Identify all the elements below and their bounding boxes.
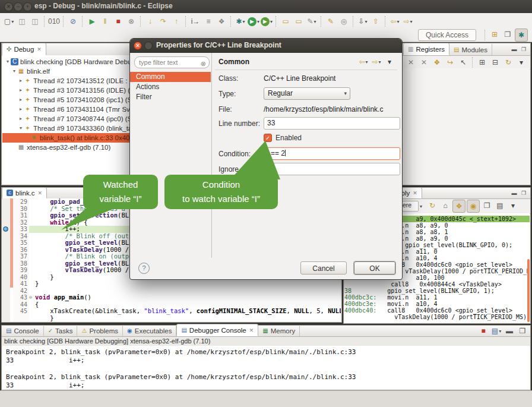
tab-tasks[interactable]: ✓Tasks [44, 325, 78, 336]
cancel-button[interactable]: Cancel [300, 261, 347, 275]
debug-tree-row[interactable]: ≡blink_task() at blink.c:33 0x400db [2, 133, 134, 143]
scrollbar[interactable] [527, 259, 530, 322]
folding-gutter[interactable] [29, 219, 35, 226]
view-menu-icon[interactable]: ▾ [384, 56, 395, 68]
debug-perspective-icon[interactable]: ✱ [515, 29, 528, 42]
folding-gutter[interactable] [29, 247, 35, 254]
track-expression-icon[interactable]: ◉ [467, 200, 480, 213]
close-icon[interactable]: ✕ [413, 190, 417, 196]
open-folder-icon[interactable]: ▭ [280, 15, 292, 27]
debug-tree-row[interactable]: ▸✦Thread #2 1073413512 (IDLE : Runn [2, 76, 134, 86]
annotate-icon[interactable]: ✎▾ [306, 15, 318, 27]
instruction-stepping-icon[interactable]: i→ [189, 15, 201, 27]
folding-gutter[interactable] [29, 253, 35, 260]
expander-icon[interactable]: ▸ [18, 105, 24, 114]
type-dropdown[interactable]: Regular ▾ [264, 87, 350, 100]
debug-tree-row[interactable]: ▸✦Thread #6 1073431104 (Tmr Svc) (S [2, 105, 134, 114]
maximize-panel-icon[interactable]: ❐ [517, 325, 528, 337]
annotation-gutter[interactable] [2, 267, 10, 274]
code-text[interactable]: void app_main() [35, 294, 341, 301]
open-new-view-icon[interactable]: ❐ [481, 200, 493, 212]
annotation-gutter[interactable] [2, 233, 10, 240]
previous-edit-icon[interactable]: ⇧ [370, 15, 382, 27]
back-icon[interactable]: ⇦▾ [389, 15, 401, 27]
remove-all-register-groups-icon[interactable]: ✕ [418, 56, 430, 68]
step-over-icon[interactable]: ↷ [157, 15, 169, 27]
sync-with-debug-context-icon[interactable]: ❖ [452, 200, 466, 213]
save-icon[interactable]: ◫ [16, 15, 28, 27]
editor-line[interactable]: 41} [2, 280, 341, 288]
tab-memory[interactable]: ▦Memory [258, 325, 300, 336]
open-perspective-icon[interactable]: ⊞ [489, 29, 501, 40]
pointer-icon[interactable]: ↖ [457, 56, 469, 68]
condition-input[interactable]: i == 2 [264, 147, 400, 160]
folding-gutter[interactable] [29, 206, 35, 213]
tab-console[interactable]: ▤Console [2, 325, 44, 336]
annotation-gutter[interactable] [2, 219, 10, 226]
clear-filter-icon[interactable]: ⊗ [201, 58, 206, 69]
add-register-group-icon[interactable]: ❖ [431, 56, 443, 68]
help-icon[interactable]: ? [138, 263, 150, 274]
save-all-icon[interactable]: ◫ [29, 15, 41, 27]
tab-blink-c[interactable]: c blink.c ✕ [2, 187, 47, 198]
expand-all-icon[interactable]: ⊞ [476, 56, 488, 68]
cpp-perspective-icon[interactable]: ❐ [502, 29, 514, 40]
annotation-gutter[interactable] [2, 253, 10, 260]
expander-icon[interactable]: ▾ [11, 67, 17, 76]
step-into-icon[interactable]: ↓ [144, 15, 156, 27]
code-text[interactable]: xTaskCreate(&blink_task, "blink_task", c… [35, 308, 341, 315]
folding-gutter[interactable] [29, 226, 35, 233]
close-icon[interactable]: ✕ [37, 46, 42, 52]
home-icon[interactable]: ⌂ [439, 200, 451, 212]
tab-problems[interactable]: ⚠Problems [77, 325, 123, 336]
annotation-gutter[interactable] [2, 308, 10, 315]
maximize-icon[interactable]: ❐ [519, 189, 528, 197]
forward-icon[interactable]: ⇨▾ [370, 56, 382, 68]
debug-tree-row[interactable]: ▸✦Thread #3 1073413156 (IDLE) (Susp [2, 86, 134, 95]
dialog-nav-filter[interactable]: Filter [130, 92, 211, 102]
debug-tree-row[interactable]: ▸✦Thread #7 1073408744 (ipc0) (Susp [2, 114, 134, 124]
annotation-gutter[interactable] [2, 288, 10, 295]
editor-line[interactable]: 43⊖void app_main() [2, 294, 341, 301]
debug-tree-row[interactable]: ▾Cblink checking [GDB Hardware Debug [2, 57, 134, 67]
annotation-gutter[interactable] [2, 280, 10, 288]
annotation-gutter[interactable] [2, 260, 10, 267]
expander-icon[interactable]: ▸ [18, 76, 24, 86]
dialog-nav-actions[interactable]: Actions [130, 82, 211, 92]
tab-executables[interactable]: ◉Executables [123, 325, 176, 336]
step-filters-icon[interactable]: ≡ [202, 15, 214, 27]
run-icon[interactable]: ▶▾ [248, 15, 259, 27]
new-wizard-icon[interactable]: ▢▾ [3, 15, 15, 27]
view-menu-icon[interactable]: ▾ [515, 56, 527, 68]
restore-default-groups-icon[interactable]: ↪ [444, 56, 456, 68]
enabled-checkbox[interactable]: ✓ [264, 134, 272, 142]
dialog-close-icon[interactable]: ✕ [134, 42, 142, 50]
back-icon[interactable]: ⇦▾ [357, 56, 369, 68]
minimize-icon[interactable]: ▬ [509, 189, 519, 197]
folding-gutter[interactable] [29, 301, 35, 308]
import-folder-icon[interactable]: ▭ [293, 15, 305, 27]
folding-gutter[interactable] [29, 239, 35, 247]
tab-registers[interactable]: ▥Registers [403, 43, 449, 55]
folding-gutter[interactable] [29, 233, 35, 240]
minimize-panel-icon[interactable]: ▬ [504, 325, 515, 337]
folding-gutter[interactable] [29, 274, 35, 281]
collapse-all-icon[interactable]: ⊟ [489, 56, 501, 68]
annotation-gutter[interactable] [2, 206, 10, 213]
ok-button[interactable]: OK [354, 261, 395, 275]
display-selected-console-icon[interactable]: ▤▾ [490, 325, 502, 337]
folding-gutter[interactable] [29, 315, 35, 322]
folding-gutter[interactable] [29, 280, 35, 288]
drop-to-frame-icon[interactable]: ❖ [216, 15, 227, 27]
breakpoint-icon[interactable] [3, 226, 8, 232]
quick-access-button[interactable]: Quick Access [418, 29, 476, 41]
window-minimize-icon[interactable]: − [14, 2, 23, 11]
expander-icon[interactable]: ▾ [18, 124, 24, 133]
close-icon[interactable]: ✕ [38, 190, 43, 196]
refresh-registers-icon[interactable]: ↻ [502, 56, 514, 68]
folding-gutter[interactable]: ⊖ [29, 294, 35, 301]
editor-line[interactable]: } [2, 315, 341, 322]
resume-icon[interactable]: ▶ [86, 15, 98, 27]
expander-icon[interactable]: ▸ [18, 114, 24, 124]
disassembly-line[interactable]: 400dbc3e: movi.n a10, 4 [344, 301, 530, 307]
